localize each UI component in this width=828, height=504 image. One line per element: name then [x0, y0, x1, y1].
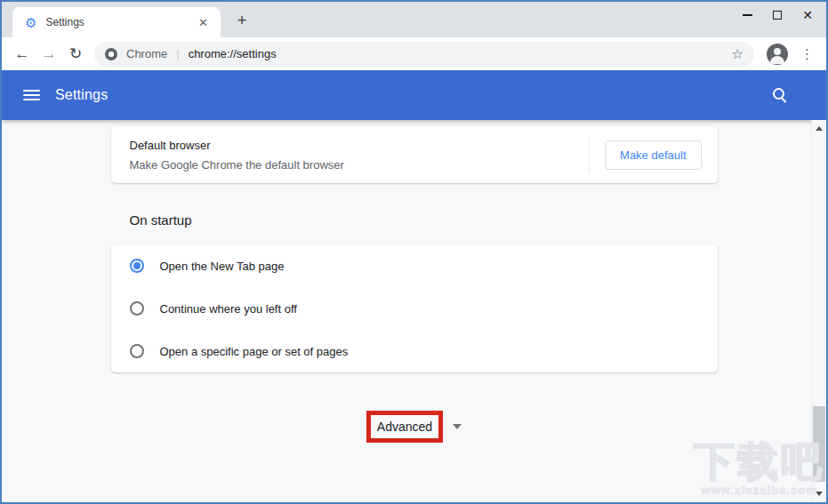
bookmark-star-icon[interactable]: ☆	[730, 46, 745, 62]
maximize-icon	[773, 11, 782, 20]
radio-label: Open the New Tab page	[160, 260, 285, 273]
window-controls: ✕	[732, 2, 823, 28]
settings-content: Default browser Make Google Chrome the d…	[2, 120, 826, 502]
forward-button[interactable]: →	[36, 42, 62, 67]
search-icon[interactable]	[771, 86, 789, 104]
radio-label: Continue where you left off	[160, 302, 297, 316]
page-scrollbar[interactable]	[811, 120, 826, 502]
new-tab-button[interactable]: +	[229, 11, 254, 30]
close-button[interactable]: ✕	[792, 2, 823, 28]
radio-unselected-icon[interactable]	[130, 344, 144, 358]
divider	[589, 136, 590, 173]
settings-gear-icon: ⚙	[25, 16, 36, 29]
advanced-section: Advanced	[111, 411, 718, 443]
reload-button[interactable]: ↻	[62, 42, 89, 67]
make-default-button[interactable]: Make default	[605, 140, 701, 170]
omnibox-separator: |	[176, 47, 179, 60]
close-icon: ✕	[802, 9, 813, 21]
chrome-logo-icon	[105, 48, 117, 60]
radio-selected-icon[interactable]	[130, 259, 144, 273]
tab-title: Settings	[45, 16, 195, 28]
radio-open-specific-pages[interactable]: Open a specific page or set of pages	[111, 330, 718, 372]
scrollbar-thumb[interactable]	[813, 406, 825, 482]
tab-settings[interactable]: ⚙ Settings ✕	[12, 7, 221, 37]
site-label: Chrome	[126, 47, 167, 60]
radio-open-new-tab-page[interactable]: Open the New Tab page	[111, 244, 718, 287]
settings-header: Settings	[2, 70, 826, 120]
radio-continue-where-left-off[interactable]: Continue where you left off	[111, 287, 718, 330]
profile-avatar[interactable]	[767, 44, 788, 65]
radio-label: Open a specific page or set of pages	[160, 345, 349, 358]
tab-close-icon[interactable]: ✕	[195, 14, 212, 31]
minimize-icon	[743, 14, 752, 16]
minimize-button[interactable]	[732, 2, 762, 28]
address-bar[interactable]: Chrome | chrome://settings ☆	[94, 42, 754, 67]
tab-strip: ⚙ Settings ✕ + ✕	[2, 2, 826, 37]
browser-window: ⚙ Settings ✕ + ✕ ← → ↻ Chrome | chrome:/…	[0, 0, 828, 504]
browser-menu-icon[interactable]: ⋮	[795, 46, 819, 62]
back-button[interactable]: ←	[9, 42, 36, 67]
on-startup-card: Open the New Tab page Continue where you…	[111, 244, 718, 372]
scroll-up-icon[interactable]	[816, 126, 823, 131]
scroll-down-icon[interactable]	[816, 492, 823, 496]
chevron-down-icon[interactable]	[453, 424, 462, 429]
advanced-button[interactable]: Advanced	[366, 411, 443, 443]
on-startup-section-title: On startup	[130, 212, 718, 228]
default-browser-card: Default browser Make Google Chrome the d…	[111, 126, 718, 183]
default-browser-subtitle: Make Google Chrome the default browser	[130, 158, 344, 172]
browser-toolbar: ← → ↻ Chrome | chrome://settings ☆ ⋮	[2, 37, 826, 70]
page-title: Settings	[55, 87, 108, 103]
url-text: chrome://settings	[189, 47, 277, 60]
radio-unselected-icon[interactable]	[130, 301, 144, 316]
default-browser-title: Default browser	[130, 139, 344, 152]
maximize-button[interactable]	[762, 2, 792, 28]
hamburger-menu-icon[interactable]	[23, 87, 40, 103]
